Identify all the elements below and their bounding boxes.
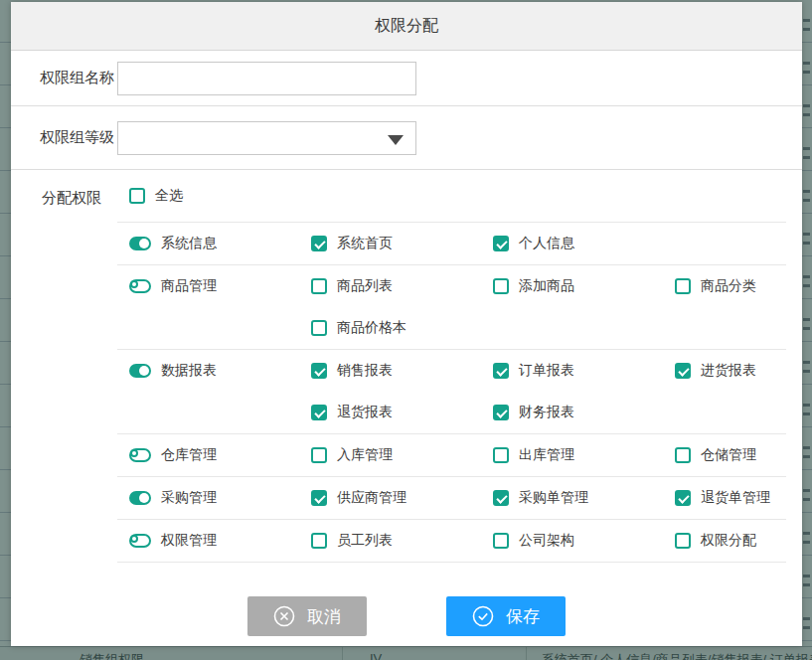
background-row-level: IV bbox=[343, 647, 527, 660]
permission-item: 添加商品 bbox=[481, 265, 663, 307]
permission-item: 进货报表 bbox=[663, 350, 802, 392]
permission-checkbox[interactable] bbox=[493, 533, 509, 549]
assign-permissions-section: 分配权限 全选 系统信息系统首页个人信息商品管理商品列表添加商品商品分类商品价格… bbox=[11, 170, 802, 563]
permission-checkbox[interactable] bbox=[311, 490, 327, 506]
permission-checkbox[interactable] bbox=[493, 278, 509, 294]
permissions-matrix: 全选 系统信息系统首页个人信息商品管理商品列表添加商品商品分类商品价格本数据报表… bbox=[117, 170, 786, 563]
permission-label: 出库管理 bbox=[519, 446, 574, 464]
permission-item: 订单报表 bbox=[481, 350, 663, 392]
group-name-row: 权限组名称 bbox=[11, 51, 802, 106]
group-name-label: 商品管理 bbox=[161, 277, 217, 295]
permission-item: 系统首页 bbox=[299, 223, 481, 264]
background-row-name: 销售组权限 bbox=[0, 647, 343, 660]
permission-label: 添加商品 bbox=[519, 277, 574, 295]
permission-item: 公司架构 bbox=[481, 520, 663, 562]
permission-checkbox[interactable] bbox=[311, 363, 327, 379]
group-toggle-switch[interactable] bbox=[129, 491, 151, 505]
permission-item: 销售报表 bbox=[299, 350, 481, 392]
cancel-button-label: 取消 bbox=[307, 605, 341, 628]
save-button[interactable]: 保存 bbox=[446, 596, 566, 636]
permission-checkbox[interactable] bbox=[311, 320, 327, 336]
save-circle-check-icon bbox=[472, 605, 494, 627]
permission-item: 出库管理 bbox=[481, 434, 663, 476]
permission-checkbox[interactable] bbox=[311, 533, 327, 549]
group-toggle-switch[interactable] bbox=[129, 534, 151, 548]
dialog-footer: 取消 保存 bbox=[11, 596, 802, 640]
permission-assign-dialog: 权限分配 权限组名称 权限组等级 分配权限 全选 系统信息系统首页个人信息商品管… bbox=[11, 2, 802, 646]
select-all-row: 全选 bbox=[117, 170, 786, 223]
group-toggle-cell: 仓库管理 bbox=[117, 434, 299, 476]
group-toggle-switch[interactable] bbox=[129, 364, 151, 378]
group-name-label: 采购管理 bbox=[161, 489, 217, 507]
permission-checkbox[interactable] bbox=[675, 490, 691, 506]
permission-label: 供应商管理 bbox=[337, 489, 406, 507]
permission-group-row: 系统信息系统首页个人信息 bbox=[117, 223, 786, 265]
permission-checkbox[interactable] bbox=[675, 533, 691, 549]
group-toggle-switch[interactable] bbox=[129, 279, 151, 293]
background-table-row: 销售组权限 IV 系统首页/ 个人信息/商品列表/销售报表/ 订单报表/ 退货报… bbox=[0, 646, 812, 660]
permission-checkbox[interactable] bbox=[675, 278, 691, 294]
background-row-permissions: 系统首页/ 个人信息/商品列表/销售报表/ 订单报表/ 退货报表/ 财务报表 bbox=[527, 647, 812, 660]
dialog-title: 权限分配 bbox=[375, 16, 438, 37]
toggle-knob bbox=[139, 366, 149, 376]
group-name-input[interactable] bbox=[117, 62, 416, 95]
background-page-right-edge bbox=[802, 0, 812, 660]
permission-checkbox[interactable] bbox=[493, 447, 509, 463]
group-toggle-cell: 权限管理 bbox=[117, 520, 299, 562]
permission-item: 仓储管理 bbox=[663, 434, 802, 476]
permission-label: 员工列表 bbox=[337, 532, 393, 550]
toggle-knob bbox=[139, 239, 149, 248]
permission-checkbox[interactable] bbox=[493, 236, 509, 251]
group-toggle-cell: 采购管理 bbox=[117, 477, 299, 519]
permission-label: 仓储管理 bbox=[701, 446, 756, 464]
permission-checkbox[interactable] bbox=[311, 447, 327, 463]
group-level-select[interactable] bbox=[117, 121, 416, 155]
permission-checkbox[interactable] bbox=[311, 278, 327, 294]
permission-label: 财务报表 bbox=[519, 404, 574, 421]
permission-label: 采购单管理 bbox=[519, 489, 588, 507]
permission-group-row: 权限管理员工列表公司架构权限分配 bbox=[117, 520, 786, 563]
permission-label: 权限分配 bbox=[701, 532, 756, 550]
cancel-circle-x-icon bbox=[273, 605, 295, 627]
select-all-checkbox[interactable] bbox=[129, 188, 145, 204]
permission-groups: 系统信息系统首页个人信息商品管理商品列表添加商品商品分类商品价格本数据报表销售报… bbox=[117, 223, 786, 563]
permission-label: 公司架构 bbox=[519, 532, 574, 550]
permission-item: 个人信息 bbox=[481, 223, 663, 264]
save-button-label: 保存 bbox=[506, 605, 540, 628]
select-all-label: 全选 bbox=[155, 187, 183, 205]
cancel-button[interactable]: 取消 bbox=[247, 596, 367, 636]
permission-group-row: 数据报表销售报表订单报表进货报表退货报表财务报表 bbox=[117, 350, 786, 434]
permission-checkbox[interactable] bbox=[493, 490, 509, 506]
permission-label: 系统首页 bbox=[337, 235, 393, 252]
group-toggle-cell: 系统信息 bbox=[117, 223, 299, 264]
group-toggle-switch[interactable] bbox=[129, 237, 151, 250]
permission-checkbox[interactable] bbox=[493, 405, 509, 420]
permission-group-row: 商品管理商品列表添加商品商品分类商品价格本 bbox=[117, 265, 786, 350]
permission-item: 商品分类 bbox=[663, 265, 802, 307]
group-name-label: 权限管理 bbox=[161, 532, 217, 550]
permission-label: 退货报表 bbox=[337, 404, 393, 421]
permission-item: 商品价格本 bbox=[299, 307, 481, 349]
background-page-left-edge bbox=[0, 0, 11, 660]
permission-checkbox[interactable] bbox=[311, 236, 327, 251]
group-toggle-cell: 商品管理 bbox=[117, 265, 299, 307]
permission-item: 退货单管理 bbox=[663, 477, 802, 519]
chevron-down-icon bbox=[388, 135, 404, 145]
permission-label: 个人信息 bbox=[519, 235, 574, 252]
toggle-knob bbox=[130, 280, 138, 288]
permission-label: 商品列表 bbox=[337, 277, 393, 295]
permission-label: 退货单管理 bbox=[701, 489, 770, 507]
group-name-label: 仓库管理 bbox=[161, 446, 217, 464]
group-toggle-switch[interactable] bbox=[129, 448, 151, 462]
permission-checkbox[interactable] bbox=[675, 363, 691, 379]
permission-checkbox[interactable] bbox=[493, 363, 509, 379]
group-level-row: 权限组等级 bbox=[11, 106, 802, 170]
permission-checkbox[interactable] bbox=[311, 405, 327, 420]
permission-label: 商品价格本 bbox=[337, 319, 406, 337]
permission-label: 商品分类 bbox=[701, 277, 756, 295]
permission-item: 采购单管理 bbox=[481, 477, 663, 519]
permission-item: 供应商管理 bbox=[299, 477, 481, 519]
group-name-label: 数据报表 bbox=[161, 362, 217, 380]
permission-checkbox[interactable] bbox=[675, 447, 691, 463]
toggle-knob bbox=[139, 493, 149, 503]
